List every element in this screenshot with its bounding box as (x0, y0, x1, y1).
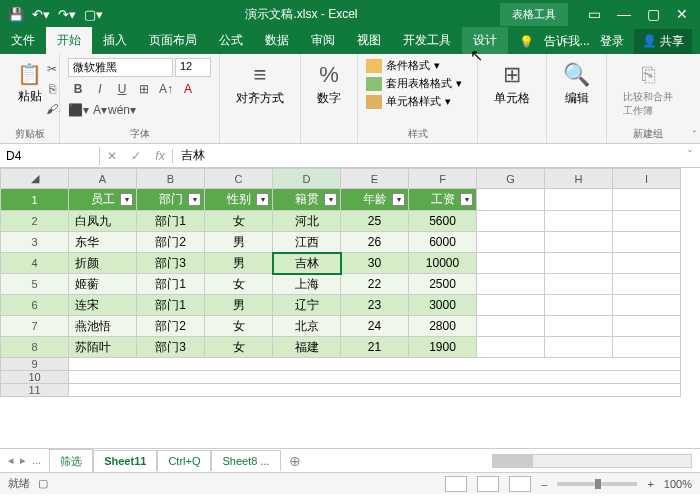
col-header[interactable]: C (205, 169, 273, 189)
cell[interactable]: 女 (205, 274, 273, 295)
cell[interactable]: 5600 (409, 211, 477, 232)
fill-color-button[interactable]: ⬛▾ (68, 101, 88, 119)
tab-developer[interactable]: 开发工具 (392, 27, 462, 54)
tab-review[interactable]: 审阅 (300, 27, 346, 54)
maximize-icon[interactable]: ▢ (647, 6, 660, 22)
border-button[interactable]: ⊞ (134, 80, 154, 98)
cell[interactable]: 男 (205, 232, 273, 253)
row-header[interactable]: 4 (1, 253, 69, 274)
cell[interactable]: 北京 (273, 316, 341, 337)
phonetic-button[interactable]: wén▾ (112, 101, 132, 119)
cell[interactable]: 30 (341, 253, 409, 274)
alignment-button[interactable]: ≡ 对齐方式 (228, 58, 292, 111)
horizontal-scrollbar[interactable] (492, 454, 692, 468)
row-header[interactable]: 6 (1, 295, 69, 316)
copy-icon[interactable]: ⎘ (42, 80, 62, 98)
cell[interactable]: 苏陌叶 (69, 337, 137, 358)
share-button[interactable]: 👤 共享 (634, 29, 692, 54)
col-header[interactable]: A (69, 169, 137, 189)
row-header[interactable]: 9 (1, 358, 69, 371)
cell[interactable]: 连宋 (69, 295, 137, 316)
col-header[interactable]: D (273, 169, 341, 189)
cell[interactable]: 2500 (409, 274, 477, 295)
format-painter-icon[interactable]: 🖌 (42, 100, 62, 118)
col-header[interactable]: I (613, 169, 681, 189)
row-header[interactable]: 8 (1, 337, 69, 358)
sheet-tab[interactable]: Sheet8 ... (211, 450, 280, 471)
tab-file[interactable]: 文件 (0, 27, 46, 54)
cell[interactable]: 2800 (409, 316, 477, 337)
cell[interactable]: 22 (341, 274, 409, 295)
compare-merge-button[interactable]: ⎘ 比较和合并工作簿 (615, 58, 681, 122)
italic-button[interactable]: I (90, 80, 110, 98)
cell[interactable]: 1900 (409, 337, 477, 358)
minimize-icon[interactable]: — (617, 6, 631, 22)
sheet-tab[interactable]: Sheet11 (93, 450, 157, 472)
cell[interactable]: 21 (341, 337, 409, 358)
expand-formula-icon[interactable]: ˇ (680, 149, 700, 163)
sheet-tab[interactable]: Ctrl+Q (157, 450, 211, 471)
cell[interactable]: 白凤九 (69, 211, 137, 232)
col-header[interactable]: E (341, 169, 409, 189)
table-header-cell[interactable]: 工资▾ (409, 189, 477, 211)
zoom-level[interactable]: 100% (664, 478, 692, 490)
tab-layout[interactable]: 页面布局 (138, 27, 208, 54)
collapse-ribbon-icon[interactable]: ˇ (693, 130, 696, 141)
more-font-button[interactable]: A▾ (90, 101, 110, 119)
cell[interactable]: 女 (205, 337, 273, 358)
cell[interactable]: 姬蘅 (69, 274, 137, 295)
cell[interactable]: 3000 (409, 295, 477, 316)
cell[interactable]: 辽宁 (273, 295, 341, 316)
font-name-select[interactable]: 微软雅黑 (68, 58, 173, 77)
font-color-button[interactable]: A (178, 80, 198, 98)
table-header-cell[interactable]: 性别▾ (205, 189, 273, 211)
tellme-text[interactable]: 告诉我... (544, 33, 590, 50)
cell[interactable]: 部门2 (137, 316, 205, 337)
cell[interactable]: 上海 (273, 274, 341, 295)
cells-button[interactable]: ⊞ 单元格 (486, 58, 538, 111)
formula-bar[interactable]: 吉林 (173, 145, 680, 166)
cell[interactable]: 东华 (69, 232, 137, 253)
cancel-formula-icon[interactable]: ✕ (100, 149, 124, 163)
table-format-button[interactable]: 套用表格格式▾ (366, 76, 469, 91)
cell[interactable]: 部门1 (137, 274, 205, 295)
cell[interactable]: 部门1 (137, 295, 205, 316)
table-header-cell[interactable]: 部门▾ (137, 189, 205, 211)
tab-design[interactable]: 设计 (462, 27, 508, 54)
zoom-slider[interactable] (557, 482, 637, 486)
font-grow-button[interactable]: A↑ (156, 80, 176, 98)
table-header-cell[interactable]: 籍贯▾ (273, 189, 341, 211)
cell[interactable]: 女 (205, 211, 273, 232)
font-size-select[interactable]: 12 (175, 58, 211, 77)
cell[interactable]: 福建 (273, 337, 341, 358)
row-header[interactable]: 10 (1, 371, 69, 384)
col-header[interactable]: H (545, 169, 613, 189)
conditional-format-button[interactable]: 条件格式▾ (366, 58, 469, 73)
tab-data[interactable]: 数据 (254, 27, 300, 54)
cell[interactable]: 10000 (409, 253, 477, 274)
col-header[interactable]: B (137, 169, 205, 189)
row-header[interactable]: 3 (1, 232, 69, 253)
sheet-nav-last-icon[interactable]: ▸ (20, 454, 26, 467)
qat-save-icon[interactable]: 💾 (8, 7, 24, 22)
tab-formulas[interactable]: 公式 (208, 27, 254, 54)
name-box[interactable]: D4 (0, 147, 100, 165)
row-header[interactable]: 11 (1, 384, 69, 397)
cell[interactable]: 女 (205, 316, 273, 337)
cell[interactable]: 部门1 (137, 211, 205, 232)
macro-record-icon[interactable]: ▢ (38, 477, 48, 490)
row-header[interactable]: 2 (1, 211, 69, 232)
cell[interactable]: 江西 (273, 232, 341, 253)
cell[interactable]: 折颜 (69, 253, 137, 274)
qat-undo-icon[interactable]: ↶▾ (32, 7, 50, 22)
table-header-cell[interactable]: 员工▾ (69, 189, 137, 211)
cell[interactable]: 23 (341, 295, 409, 316)
cell[interactable]: 部门3 (137, 337, 205, 358)
sheet-nav-first-icon[interactable]: ◂ (8, 454, 14, 467)
fx-icon[interactable]: fx (148, 149, 172, 163)
cell[interactable]: 26 (341, 232, 409, 253)
cut-icon[interactable]: ✂ (42, 60, 62, 78)
bold-button[interactable]: B (68, 80, 88, 98)
cell-styles-button[interactable]: 单元格样式▾ (366, 94, 469, 109)
edit-button[interactable]: 🔍 编辑 (555, 58, 598, 111)
